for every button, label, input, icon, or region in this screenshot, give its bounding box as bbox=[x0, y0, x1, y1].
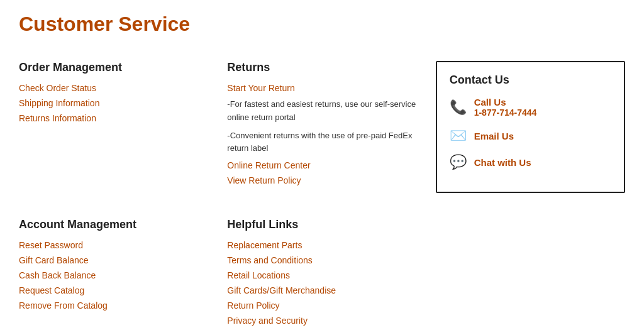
privacy-security-link[interactable]: Privacy and Security bbox=[227, 316, 416, 326]
account-management-section: Account Management Reset Password Gift C… bbox=[19, 212, 208, 330]
helpful-links-heading: Helpful Links bbox=[227, 218, 416, 231]
contact-heading: Contact Us bbox=[450, 74, 611, 87]
shipping-information-link[interactable]: Shipping Information bbox=[19, 98, 208, 108]
empty-col bbox=[436, 212, 625, 330]
contact-box: Contact Us 📞 Call Us 1-877-714-7444 ✉️ E… bbox=[436, 61, 625, 193]
order-management-section: Order Management Check Order Status Ship… bbox=[19, 55, 208, 193]
start-return-link[interactable]: Start Your Return bbox=[227, 83, 416, 93]
chat-row: 💬 Chat with Us bbox=[450, 154, 611, 170]
check-order-status-link[interactable]: Check Order Status bbox=[19, 83, 208, 93]
terms-conditions-link[interactable]: Terms and Conditions bbox=[227, 255, 416, 265]
returns-desc1: -For fastest and easiest returns, use ou… bbox=[227, 98, 416, 124]
returns-information-link[interactable]: Returns Information bbox=[19, 113, 208, 123]
call-label[interactable]: Call Us bbox=[474, 97, 537, 107]
email-icon: ✉️ bbox=[450, 128, 467, 144]
request-catalog-link[interactable]: Request Catalog bbox=[19, 285, 208, 295]
gift-cards-link[interactable]: Gift Cards/Gift Merchandise bbox=[227, 285, 416, 295]
phone-icon: 📞 bbox=[450, 99, 467, 116]
account-management-heading: Account Management bbox=[19, 218, 208, 231]
cash-back-balance-link[interactable]: Cash Back Balance bbox=[19, 270, 208, 280]
returns-desc2: -Convenient returns with the use of pre-… bbox=[227, 129, 416, 156]
chat-icon: 💬 bbox=[450, 154, 467, 170]
returns-heading: Returns bbox=[227, 61, 416, 74]
remove-from-catalog-link[interactable]: Remove From Catalog bbox=[19, 300, 208, 311]
phone-number: 1-877-714-7444 bbox=[474, 107, 537, 118]
returns-section: Returns Start Your Return -For fastest a… bbox=[227, 55, 416, 193]
call-row: 📞 Call Us 1-877-714-7444 bbox=[450, 97, 611, 118]
reset-password-link[interactable]: Reset Password bbox=[19, 240, 208, 250]
replacement-parts-link[interactable]: Replacement Parts bbox=[227, 240, 416, 250]
page-title: Customer Service bbox=[19, 13, 625, 36]
order-management-heading: Order Management bbox=[19, 61, 208, 74]
email-row: ✉️ Email Us bbox=[450, 128, 611, 144]
view-return-policy-link[interactable]: View Return Policy bbox=[227, 175, 416, 185]
email-label[interactable]: Email Us bbox=[474, 131, 514, 141]
online-return-center-link[interactable]: Online Return Center bbox=[227, 160, 416, 170]
retail-locations-link[interactable]: Retail Locations bbox=[227, 270, 416, 280]
contact-section: Contact Us 📞 Call Us 1-877-714-7444 ✉️ E… bbox=[436, 55, 625, 193]
chat-label[interactable]: Chat with Us bbox=[474, 157, 531, 168]
gift-card-balance-link[interactable]: Gift Card Balance bbox=[19, 255, 208, 265]
helpful-links-section: Helpful Links Replacement Parts Terms an… bbox=[227, 212, 416, 330]
return-policy-link[interactable]: Return Policy bbox=[227, 300, 416, 311]
